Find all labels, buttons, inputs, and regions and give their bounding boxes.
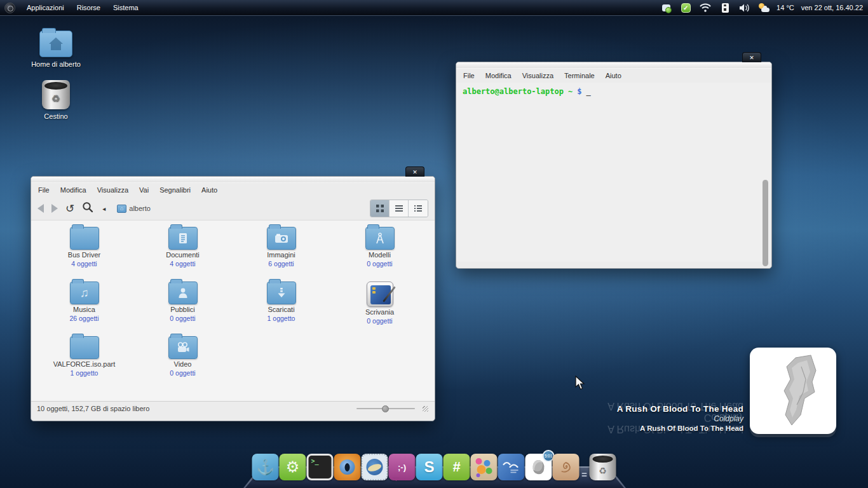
file-manager-statusbar: 10 oggetti, 152,7 GB di spazio libero (31, 402, 435, 416)
terminal-menubar: File Modifica Visualizza Terminale Aiuto (456, 69, 771, 83)
messenger-online-icon[interactable]: ✓ (679, 1, 692, 14)
terminal-scrollbar[interactable] (763, 180, 768, 266)
dock-terminal-icon[interactable]: >_ (307, 454, 334, 480)
folder-count: 1 oggetto (71, 369, 98, 377)
folder-item-musica[interactable]: ♫ Musica 26 oggetti (35, 281, 133, 336)
path-scroll-button[interactable]: ◂ (102, 205, 105, 212)
folder-name: Documenti (166, 251, 200, 259)
fm-menu-vai[interactable]: Vai (139, 186, 149, 194)
music-folder-icon: ♫ (70, 281, 99, 304)
breadcrumb-home-icon: ⌂ (117, 205, 126, 213)
folder-item-documenti[interactable]: Documenti 4 oggetti (133, 227, 232, 281)
back-button[interactable] (37, 204, 44, 213)
dock-anchor-icon[interactable]: ⚓ (252, 454, 279, 480)
dock-xchat-icon[interactable]: # (444, 454, 470, 480)
dock-music-player-icon[interactable]: 5:01 (526, 454, 552, 480)
folder-item-valforce[interactable]: VALFORCE.iso.part 1 oggetto (35, 336, 133, 391)
zoom-slider[interactable] (356, 404, 415, 413)
terminal-titlebar[interactable] (456, 62, 771, 69)
folder-count: 1 oggetto (268, 315, 295, 322)
menu-applicazioni[interactable]: Applicazioni (25, 4, 65, 11)
folder-count: 0 oggetti (367, 260, 392, 268)
mouse-cursor (575, 376, 587, 391)
folder-count: 6 oggetti (268, 260, 294, 268)
trash-icon: ♻ (42, 80, 70, 109)
removable-device-icon[interactable] (719, 1, 731, 14)
folder-item-immagini[interactable]: Immagini 6 oggetti (232, 227, 330, 281)
refresh-button[interactable]: ↺ (65, 203, 74, 214)
terminal-cursor: _ (586, 87, 590, 96)
file-manager-titlebar[interactable] (31, 177, 435, 183)
clock[interactable]: ven 22 ott, 16.40.22 (801, 4, 863, 11)
terminal-menu-file[interactable]: File (463, 72, 475, 79)
folder-count: 0 oggetti (170, 369, 195, 377)
volume-icon[interactable] (738, 1, 751, 14)
desktop-icon-trash[interactable]: ♻ Cestino (29, 80, 83, 120)
menu-risorse[interactable]: Risorse (76, 4, 102, 11)
search-icon[interactable] (82, 201, 93, 215)
folder-item-scaricati[interactable]: Scaricati 1 oggetto (232, 281, 330, 336)
fm-menu-segnalibri[interactable]: Segnalibri (159, 186, 191, 194)
dock: ⚓ ⚙ >_ ;-) S # 5:01 (252, 454, 616, 480)
dock-openoffice-icon[interactable] (498, 454, 525, 480)
folder-name: Scrivania (365, 308, 394, 316)
fm-menu-file[interactable]: File (38, 186, 50, 194)
desktop: Applicazioni Risorse Sistema ✓ (0, 0, 868, 488)
album-title: A Rush Of Blood To The Head (617, 424, 743, 432)
pictures-folder-icon (267, 227, 296, 250)
desktop-icon-label: Home di alberto (29, 60, 83, 68)
dock-skype-icon[interactable]: S (416, 454, 443, 480)
top-panel: Applicazioni Risorse Sistema ✓ (0, 0, 868, 16)
folder-item-modelli[interactable]: Modelli 0 oggetti (330, 227, 429, 281)
fm-menu-modifica[interactable]: Modifica (60, 186, 86, 194)
resize-grip[interactable] (421, 405, 429, 412)
zoom-slider-knob[interactable] (382, 405, 389, 412)
terminal-menu-aiuto[interactable]: Aiuto (606, 72, 621, 79)
compact-view-button[interactable] (409, 200, 428, 217)
wifi-icon[interactable] (699, 1, 712, 14)
temperature-readout[interactable]: 14 °C (776, 4, 794, 11)
terminal-menu-terminale[interactable]: Terminale (564, 72, 595, 79)
desktop-icon-home[interactable]: Home di alberto (29, 30, 83, 68)
status-text: 10 oggetti, 152,7 GB di spazio libero (37, 405, 149, 412)
terminal-menu-modifica[interactable]: Modifica (485, 72, 512, 79)
folder-item-bus-driver[interactable]: Bus Driver 4 oggetti (35, 227, 133, 281)
dock-thunderbird-icon[interactable] (362, 454, 388, 480)
dock-web-browser-icon[interactable] (334, 454, 361, 480)
fm-menu-visualizza[interactable]: Visualizza (97, 186, 128, 194)
view-toggle-group (370, 200, 428, 217)
forward-button[interactable] (51, 204, 58, 213)
dock-nautilus-icon[interactable] (553, 454, 580, 480)
folder-item-pubblici[interactable]: Pubblici 0 oggetti (133, 281, 232, 336)
folder-count: 4 oggetti (170, 260, 195, 268)
file-manager-close-button[interactable]: ✕ (405, 166, 424, 177)
chat-status-icon[interactable] (660, 1, 672, 14)
desktop-icon-label: Cestino (29, 112, 83, 120)
terminal-content[interactable]: alberto@alberto-laptop~$_ (456, 83, 771, 262)
dock-trash-icon[interactable]: ♻ (590, 454, 616, 480)
folder-item-video[interactable]: Video 0 oggetti (133, 336, 232, 391)
file-list: Bus Driver 4 oggetti Documenti 4 oggetti (31, 220, 435, 402)
dock-ubuntu-icon[interactable]: ⚙ (280, 454, 306, 480)
file-manager-menubar: File Modifica Visualizza Vai Segnalibri … (31, 183, 435, 197)
dock-messenger-icon[interactable]: ;-) (389, 454, 416, 480)
menu-sistema[interactable]: Sistema (112, 4, 140, 11)
folder-count: 26 oggetti (69, 315, 98, 322)
terminal-close-button[interactable]: ✕ (742, 52, 761, 62)
folder-name: VALFORCE.iso.part (53, 360, 116, 368)
home-folder-icon (39, 30, 72, 57)
terminal-menu-visualizza[interactable]: Visualizza (522, 72, 553, 79)
list-view-button[interactable] (390, 200, 409, 217)
folder-name: Bus Driver (68, 251, 100, 259)
folder-item-scrivania[interactable]: Scrivania 0 oggetti (330, 281, 429, 336)
breadcrumb[interactable]: ⌂ alberto (113, 203, 154, 214)
dock-paint-icon[interactable] (471, 454, 498, 480)
folder-name: Video (174, 360, 192, 368)
album-art[interactable] (750, 348, 836, 434)
prompt-path: ~ (568, 87, 573, 96)
templates-folder-icon (365, 227, 395, 250)
weather-icon[interactable] (758, 3, 770, 12)
fm-menu-aiuto[interactable]: Aiuto (201, 186, 217, 194)
icon-view-button[interactable] (370, 200, 390, 217)
public-folder-icon (168, 281, 198, 304)
